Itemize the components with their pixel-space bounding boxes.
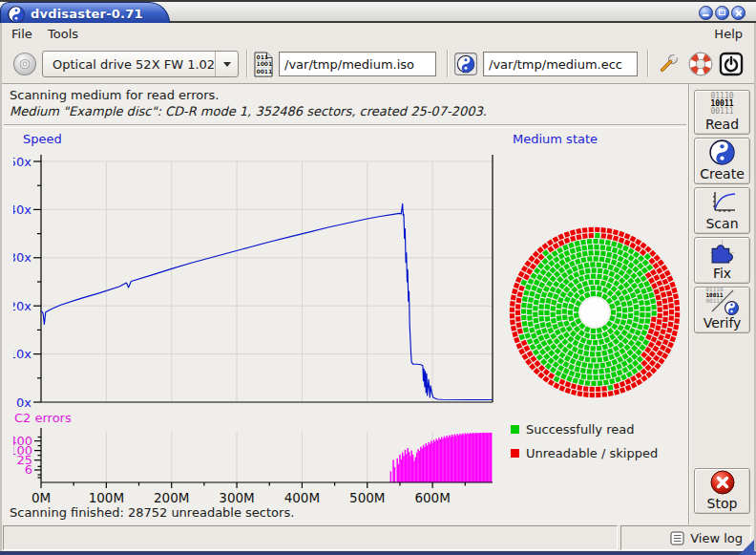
disc-sector (582, 281, 588, 287)
disc-sector (523, 290, 529, 296)
disc-sector (572, 340, 578, 347)
menu-file[interactable]: File (6, 25, 38, 43)
disc-sector (607, 385, 613, 391)
quit-button[interactable] (718, 51, 745, 77)
c2-bar (465, 433, 467, 482)
disc-sector (576, 246, 581, 252)
disc-sector (645, 272, 652, 279)
ecc-file-yinyang-icon (453, 52, 478, 76)
disc-sector (601, 392, 607, 397)
disc-sector (578, 269, 584, 275)
drive-select-button[interactable] (11, 51, 38, 77)
disc-sector (553, 243, 559, 249)
disc-sector (512, 288, 517, 294)
window-bottom-border (0, 551, 756, 555)
disc-sector (564, 231, 571, 238)
disc-sector (650, 323, 656, 329)
disc-sector (640, 249, 646, 256)
disc-sector (675, 307, 680, 311)
disc-sector (525, 358, 532, 365)
disc-sector (583, 351, 589, 356)
disc-sector (584, 332, 590, 338)
disc-sector (663, 310, 668, 315)
disc-sector (608, 277, 615, 284)
disc-sector (616, 363, 622, 370)
c2-bar (456, 434, 458, 482)
disc-sector (581, 362, 587, 368)
disc-sector (640, 307, 644, 311)
close-button[interactable] (731, 6, 746, 20)
disc-sector (585, 356, 591, 362)
disc-sector (599, 363, 605, 369)
preferences-button[interactable] (655, 51, 682, 77)
svg-text:011: 011 (257, 53, 269, 59)
fix-button[interactable]: Fix (694, 237, 750, 284)
disc-sector (590, 286, 595, 290)
create-button[interactable]: Create (694, 138, 750, 184)
disc-sector (621, 330, 628, 336)
disc-sector (652, 310, 657, 315)
disc-sector (617, 243, 623, 249)
disc-sector (590, 262, 595, 267)
title-tab[interactable]: dvdisaster-0.71 (0, 2, 170, 25)
disc-sector (640, 312, 644, 317)
disc-sector (593, 239, 598, 244)
disc-sector (643, 281, 650, 288)
disc-sector (515, 304, 520, 309)
scan-button[interactable]: Scan (694, 187, 750, 234)
disc-sector (549, 267, 556, 273)
disc-sector (668, 322, 674, 328)
disc-sector (544, 310, 549, 315)
ecc-file-button[interactable] (452, 51, 479, 77)
maximize-button[interactable] (715, 6, 729, 20)
stop-button[interactable]: Stop (694, 468, 750, 514)
disc-sector (569, 261, 576, 267)
disc-sector (626, 357, 633, 364)
disc-sector (558, 240, 565, 246)
verify-button[interactable]: 011101001100111 Verify (694, 287, 750, 333)
disc-sector (545, 304, 551, 310)
disc-sector (669, 315, 674, 320)
disc-sector (631, 382, 638, 389)
disc-sector (594, 256, 598, 261)
disc-sector (523, 327, 529, 332)
minimize-button[interactable] (699, 6, 713, 20)
disc-sector (618, 256, 624, 263)
titlebar[interactable]: dvdisaster-0.71 (0, 0, 756, 23)
disc-sector (619, 237, 625, 244)
c2-bar (462, 434, 464, 482)
menu-tools[interactable]: Tools (42, 25, 84, 43)
disc-sector (580, 337, 587, 344)
disc-sector (535, 293, 540, 299)
disc-sector (572, 266, 578, 272)
disc-sector (553, 236, 559, 243)
disc-sector (541, 291, 547, 297)
disc-sector (628, 262, 635, 268)
disc-sector (622, 259, 629, 266)
c2-bar (451, 437, 452, 482)
disc-sector (612, 247, 618, 253)
disc-sector (568, 304, 574, 310)
c2-axis-tick-label: 400 (13, 434, 32, 448)
drive-combobox[interactable]: Optical drive 52X FW 1.02 (42, 51, 239, 77)
disc-sector (601, 293, 608, 300)
read-button[interactable]: 011101001100111 Read (694, 90, 750, 135)
help-button[interactable] (687, 51, 714, 77)
disc-sector (658, 308, 662, 312)
view-log-button[interactable]: View log (620, 525, 751, 550)
drive-combobox-arrow[interactable] (215, 52, 238, 76)
iso-file-button[interactable]: 011 10011 00111 (252, 51, 275, 77)
menu-help[interactable]: Help (708, 25, 748, 43)
c2-bar (490, 433, 492, 482)
disc-sector (606, 361, 612, 367)
iso-path-input[interactable] (279, 52, 436, 76)
statusbar (3, 525, 618, 550)
disc-sector (604, 368, 610, 374)
disc-sector (590, 352, 595, 356)
disc-sector (656, 267, 662, 274)
ecc-path-input[interactable] (483, 52, 638, 76)
disc-sector (555, 329, 561, 335)
c2-bar (405, 450, 407, 482)
c2-bar (431, 443, 433, 482)
disc-sector (563, 361, 570, 368)
